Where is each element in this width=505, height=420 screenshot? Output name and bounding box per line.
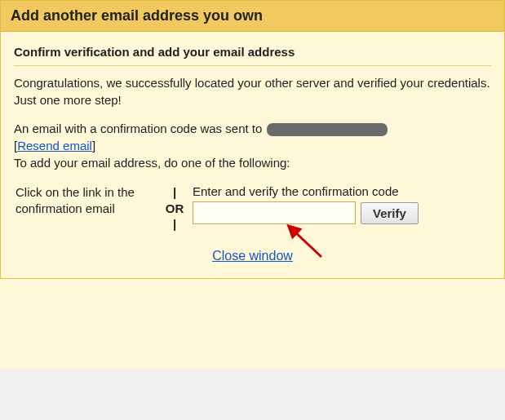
dialog-subtitle: Confirm verification and add your email … [14, 42, 491, 66]
dialog-title: Add another email address you own [11, 7, 494, 24]
add-instructions: To add your email address, do one of the… [14, 156, 290, 170]
sent-to-text: An email with a confirmation code was se… [14, 122, 265, 135]
options-row: Click on the link in the confirmation em… [16, 184, 489, 232]
resend-email-link[interactable]: Resend email [17, 139, 92, 153]
arrow-icon [282, 224, 331, 263]
close-window-link[interactable]: Close window [212, 249, 293, 263]
or-sep-top: | [157, 184, 193, 201]
or-sep-bot: | [157, 216, 193, 232]
confirmation-info: An email with a confirmation code was se… [14, 120, 491, 171]
or-separator: | OR | [157, 184, 193, 232]
option-enter-code: Enter and verify the confirmation code V… [193, 184, 489, 229]
congrats-message: Congratulations, we successfully located… [14, 74, 491, 108]
add-email-dialog: Add another email address you own Confir… [0, 0, 505, 279]
dialog-content: Confirm verification and add your email … [1, 32, 504, 278]
svg-line-1 [294, 231, 321, 257]
confirmation-code-input[interactable] [193, 201, 356, 224]
enter-code-label: Enter and verify the confirmation code [193, 184, 489, 198]
code-input-row: Verify [193, 201, 489, 224]
or-sep-mid: OR [157, 201, 193, 217]
dialog-header: Add another email address you own [1, 1, 504, 32]
verify-button[interactable]: Verify [361, 202, 419, 224]
bracket-close: ] [92, 139, 95, 153]
bottom-spacer [0, 279, 505, 369]
option-click-link: Click on the link in the confirmation em… [16, 184, 157, 218]
obscured-email [267, 123, 388, 136]
close-row: Close window [14, 249, 491, 263]
